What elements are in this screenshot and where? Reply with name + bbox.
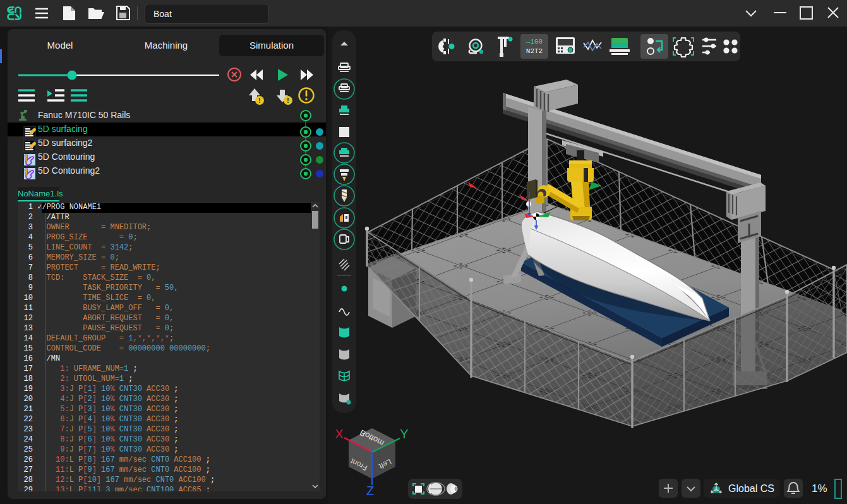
svg-text:Z: Z — [366, 484, 374, 498]
svg-text:X: X — [335, 427, 343, 441]
svg-text:→1G0: →1G0 — [526, 38, 543, 45]
svg-text:N2T2: N2T2 — [526, 47, 543, 55]
svg-text:!: ! — [287, 97, 289, 104]
svg-text:!: ! — [258, 97, 260, 104]
svg-text:Y: Y — [400, 427, 408, 441]
